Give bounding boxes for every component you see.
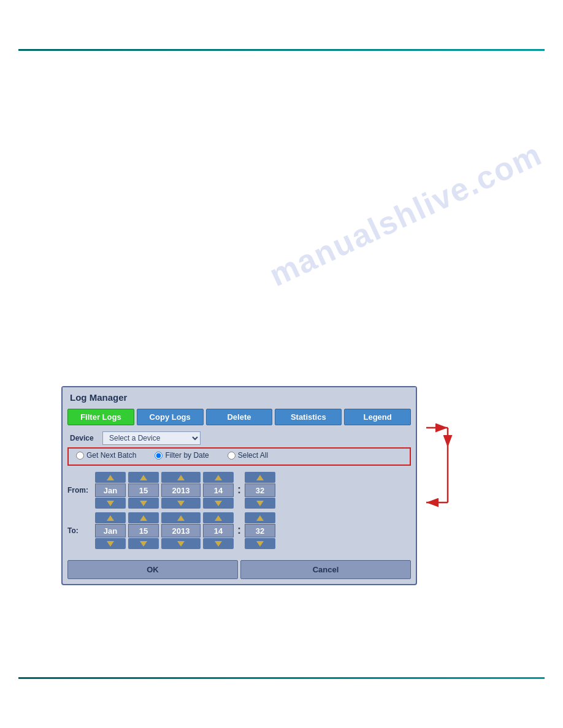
bottom-decorative-line <box>18 677 545 679</box>
down-arrow-icon <box>107 541 114 547</box>
filter-by-date-label: Filter by Date <box>165 451 209 460</box>
device-row: Device Select a Device <box>63 429 416 447</box>
up-arrow-icon <box>256 475 264 480</box>
watermark: manualshlive.com <box>264 135 548 294</box>
filter-by-date-radio[interactable] <box>155 452 163 460</box>
to-row: To: Jan 15 <box>67 512 411 549</box>
top-decorative-line <box>18 49 545 51</box>
to-year-up-button[interactable] <box>161 512 201 523</box>
down-arrow-icon <box>215 501 222 506</box>
from-minute-up-button[interactable] <box>245 472 275 483</box>
annotations-overlay <box>0 0 563 728</box>
toolbar: Filter Logs Copy Logs Delete Statistics … <box>63 405 416 429</box>
up-arrow-icon <box>256 515 264 521</box>
to-hour-down-button[interactable] <box>203 538 234 549</box>
up-arrow-icon <box>140 475 147 480</box>
to-hour-up-button[interactable] <box>203 512 234 523</box>
to-month-spinner: Jan <box>95 512 126 549</box>
legend-button[interactable]: Legend <box>344 409 411 425</box>
down-arrow-icon <box>256 541 264 547</box>
filter-options-row: Get Next Batch Filter by Date Select All <box>67 447 411 466</box>
to-spinners: Jan 15 2013 <box>95 512 411 549</box>
filter-by-date-option[interactable]: Filter by Date <box>155 451 209 460</box>
filter-logs-button[interactable]: Filter Logs <box>67 409 134 425</box>
from-month-value: Jan <box>95 483 126 497</box>
up-arrow-icon <box>140 515 147 521</box>
select-all-label: Select All <box>238 451 268 460</box>
down-arrow-icon <box>177 501 185 506</box>
device-select[interactable]: Select a Device <box>102 431 201 445</box>
up-arrow-icon <box>215 475 222 480</box>
to-year-value: 2013 <box>161 524 201 537</box>
from-year-spinner: 2013 <box>161 472 201 509</box>
from-hour-down-button[interactable] <box>203 498 234 509</box>
down-arrow-icon <box>140 541 147 547</box>
log-manager-dialog: Log Manager Filter Logs Copy Logs Delete… <box>61 386 417 585</box>
bottom-buttons: OK Cancel <box>63 555 416 584</box>
from-day-spinner: 15 <box>128 472 159 509</box>
down-arrow-icon <box>215 541 222 547</box>
to-day-spinner: 15 <box>128 512 159 549</box>
from-row: From: Jan 15 <box>67 472 411 509</box>
to-month-up-button[interactable] <box>95 512 126 523</box>
get-next-batch-option[interactable]: Get Next Batch <box>76 451 136 460</box>
delete-button[interactable]: Delete <box>206 409 273 425</box>
from-colon-separator: : <box>237 483 241 498</box>
from-day-up-button[interactable] <box>128 472 159 483</box>
dialog-title: Log Manager <box>63 387 416 405</box>
up-arrow-icon <box>107 475 114 480</box>
to-day-down-button[interactable] <box>128 538 159 549</box>
from-minute-value: 32 <box>245 483 275 497</box>
from-day-down-button[interactable] <box>128 498 159 509</box>
to-minute-down-button[interactable] <box>245 538 275 549</box>
from-spinners: Jan 15 2013 <box>95 472 411 509</box>
from-minute-spinner: 32 <box>245 472 275 509</box>
to-colon-separator: : <box>237 524 241 538</box>
to-minute-spinner: 32 <box>245 512 275 549</box>
copy-logs-button[interactable]: Copy Logs <box>137 409 204 425</box>
device-label: Device <box>70 434 98 442</box>
down-arrow-icon <box>140 501 147 506</box>
to-hour-value: 14 <box>203 524 234 537</box>
from-year-down-button[interactable] <box>161 498 201 509</box>
down-arrow-icon <box>177 541 185 547</box>
from-month-spinner: Jan <box>95 472 126 509</box>
from-month-down-button[interactable] <box>95 498 126 509</box>
from-year-value: 2013 <box>161 483 201 497</box>
select-all-option[interactable]: Select All <box>228 451 268 460</box>
from-year-up-button[interactable] <box>161 472 201 483</box>
statistics-button[interactable]: Statistics <box>275 409 342 425</box>
from-label: From: <box>67 486 95 495</box>
get-next-batch-radio[interactable] <box>76 452 84 460</box>
down-arrow-icon <box>256 501 264 506</box>
cancel-button[interactable]: Cancel <box>240 560 411 579</box>
to-month-down-button[interactable] <box>95 538 126 549</box>
up-arrow-icon <box>177 475 185 480</box>
to-minute-up-button[interactable] <box>245 512 275 523</box>
to-label: To: <box>67 526 95 535</box>
from-minute-down-button[interactable] <box>245 498 275 509</box>
to-minute-value: 32 <box>245 524 275 537</box>
up-arrow-icon <box>107 515 114 521</box>
datetime-section: From: Jan 15 <box>63 469 416 555</box>
get-next-batch-label: Get Next Batch <box>86 451 136 460</box>
ok-button[interactable]: OK <box>67 560 238 579</box>
to-year-spinner: 2013 <box>161 512 201 549</box>
from-hour-spinner: 14 <box>203 472 234 509</box>
from-month-up-button[interactable] <box>95 472 126 483</box>
up-arrow-icon <box>177 515 185 521</box>
down-arrow-icon <box>107 501 114 506</box>
up-arrow-icon <box>215 515 222 521</box>
from-hour-value: 14 <box>203 483 234 497</box>
select-all-radio[interactable] <box>228 452 236 460</box>
from-day-value: 15 <box>128 483 159 497</box>
to-day-value: 15 <box>128 524 159 537</box>
to-day-up-button[interactable] <box>128 512 159 523</box>
from-hour-up-button[interactable] <box>203 472 234 483</box>
to-hour-spinner: 14 <box>203 512 234 549</box>
to-month-value: Jan <box>95 524 126 537</box>
to-year-down-button[interactable] <box>161 538 201 549</box>
